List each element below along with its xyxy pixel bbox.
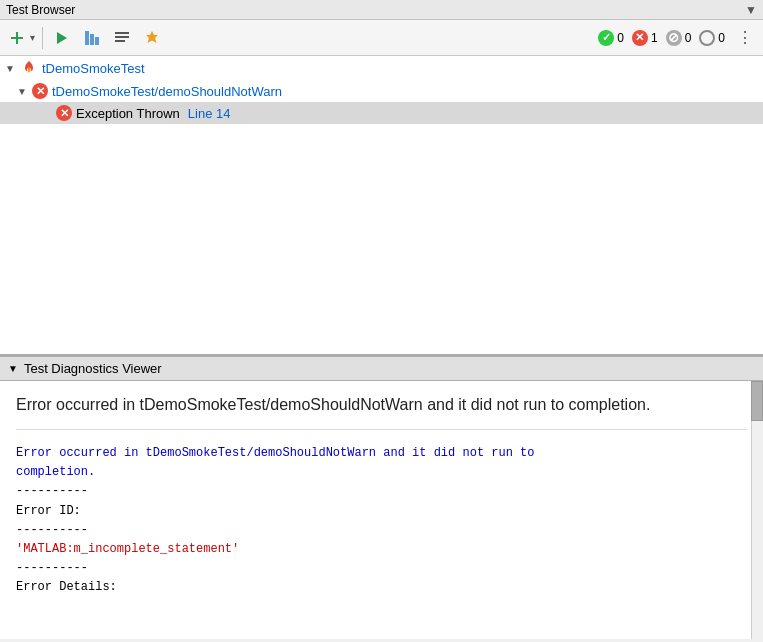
separator-1 — [42, 27, 43, 49]
coverage-icon — [84, 30, 100, 46]
svg-rect-4 — [90, 34, 94, 45]
svg-rect-5 — [95, 37, 99, 45]
failed-icon: ✕ — [632, 30, 648, 46]
add-dropdown-arrow[interactable]: ▾ — [28, 32, 37, 43]
output-icon — [114, 30, 130, 46]
flame-icon — [20, 59, 38, 77]
tree-item-exception[interactable]: ✕ Exception Thrown Line 14 — [0, 102, 763, 124]
svg-rect-8 — [115, 40, 125, 42]
failed-status: ✕ 1 — [632, 30, 658, 46]
passed-count: 0 — [617, 31, 624, 45]
scrollbar-thumb[interactable] — [751, 381, 763, 421]
error-badge-test: ✕ — [32, 83, 48, 99]
code-text-1: Error occurred in tDemoSmokeTest/demoSho… — [16, 446, 534, 460]
svg-rect-6 — [115, 32, 129, 34]
code-line-2: completion. — [16, 463, 747, 482]
diagnostics-code: Error occurred in tDemoSmokeTest/demoSho… — [16, 444, 747, 598]
svg-marker-9 — [146, 31, 158, 43]
window-title: Test Browser — [6, 3, 75, 17]
pending-status: 0 — [699, 30, 725, 46]
code-line-4: Error ID: — [16, 502, 747, 521]
code-line-6: 'MATLAB:m_incomplete_statement' — [16, 540, 747, 559]
settings-icon — [144, 30, 160, 46]
test-tree-panel: ▼ tDemoSmokeTest ▼ ✕ tDemoSmokeTest/demo… — [0, 56, 763, 356]
scrollbar-track[interactable] — [751, 381, 763, 639]
run-icon — [54, 30, 70, 46]
toolbar-status: ✓ 0 ✕ 1 ⊘ 0 0 ⋮ — [598, 26, 757, 49]
diagnostics-title: Test Diagnostics Viewer — [24, 361, 162, 376]
passed-icon: ✓ — [598, 30, 614, 46]
code-line-7: ---------- — [16, 559, 747, 578]
code-text-6: 'MATLAB:m_incomplete_statement' — [16, 542, 239, 556]
add-icon — [9, 30, 25, 46]
output-button[interactable] — [108, 24, 136, 52]
code-text-2: completion. — [16, 465, 95, 479]
add-button[interactable] — [6, 24, 28, 52]
diagnostics-header: ▼ Test Diagnostics Viewer — [0, 356, 763, 381]
svg-rect-1 — [11, 37, 23, 39]
line-link[interactable]: Line 14 — [188, 106, 231, 121]
skipped-icon: ⊘ — [666, 30, 682, 46]
more-options-button[interactable]: ⋮ — [733, 26, 757, 49]
chevron-root: ▼ — [4, 63, 16, 74]
tree-label-root[interactable]: tDemoSmokeTest — [42, 61, 145, 76]
tree-label-test[interactable]: tDemoSmokeTest/demoShouldNotWarn — [52, 84, 282, 99]
add-button-group: ▾ — [6, 24, 37, 52]
svg-rect-3 — [85, 31, 89, 45]
coverage-button[interactable] — [78, 24, 106, 52]
toolbar: ▾ ✓ 0 ✕ 1 — [0, 20, 763, 56]
tree-label-exception: Exception Thrown — [76, 106, 180, 121]
passed-status: ✓ 0 — [598, 30, 624, 46]
pending-icon — [699, 30, 715, 46]
error-badge-exception: ✕ — [56, 105, 72, 121]
run-button[interactable] — [48, 24, 76, 52]
diagnostics-chevron[interactable]: ▼ — [8, 363, 18, 374]
code-line-8: Error Details: — [16, 578, 747, 597]
pending-count: 0 — [718, 31, 725, 45]
diagnostics-summary: Error occurred in tDemoSmokeTest/demoSho… — [16, 393, 747, 430]
failed-count: 1 — [651, 31, 658, 45]
tree-item-test[interactable]: ▼ ✕ tDemoSmokeTest/demoShouldNotWarn — [0, 80, 763, 102]
code-line-5: ---------- — [16, 521, 747, 540]
code-line-3: ---------- — [16, 482, 747, 501]
settings-button[interactable] — [138, 24, 166, 52]
tree-item-root[interactable]: ▼ tDemoSmokeTest — [0, 56, 763, 80]
skipped-count: 0 — [685, 31, 692, 45]
code-line-1: Error occurred in tDemoSmokeTest/demoSho… — [16, 444, 747, 463]
svg-rect-7 — [115, 36, 129, 38]
title-bar-arrow-icon[interactable]: ▼ — [745, 3, 757, 17]
svg-marker-2 — [57, 32, 67, 44]
title-bar: Test Browser ▼ — [0, 0, 763, 20]
chevron-test: ▼ — [16, 86, 28, 97]
diagnostics-body: Error occurred in tDemoSmokeTest/demoSho… — [0, 381, 763, 639]
skipped-status: ⊘ 0 — [666, 30, 692, 46]
